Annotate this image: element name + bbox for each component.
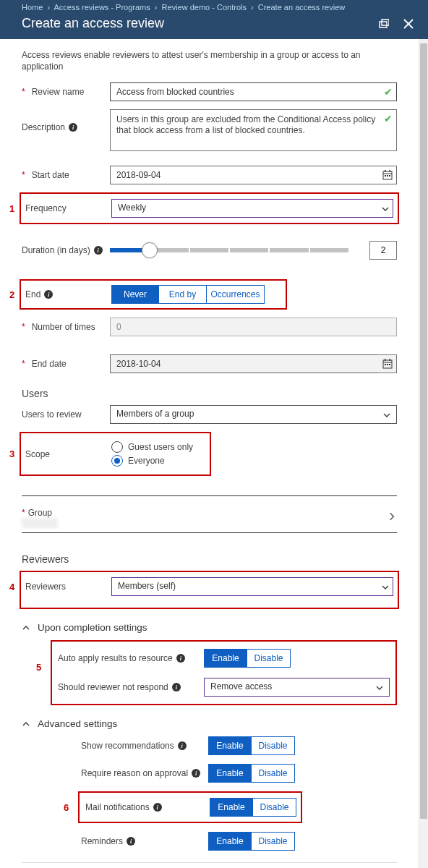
reviewers-select[interactable]: Members (self) — [111, 577, 393, 596]
mailnotif-label: Mail notifications — [85, 802, 150, 812]
close-icon[interactable] — [403, 19, 414, 32]
frequency-label: Frequency — [25, 203, 67, 213]
duration-value-input[interactable] — [369, 241, 397, 260]
numtimes-label: Number of times — [32, 322, 95, 332]
notrespond-select[interactable]: Remove access — [204, 678, 390, 697]
scrollbar-thumb[interactable] — [420, 43, 427, 819]
end-never-button[interactable]: Never — [111, 285, 159, 304]
autoapply-disable[interactable]: Disable — [247, 649, 291, 668]
enddate-input — [110, 354, 397, 373]
users-section-header: Users — [22, 388, 397, 399]
upon-completion-label: Upon completion settings — [38, 622, 147, 633]
reminders-label: Reminders — [81, 836, 123, 846]
start-date-label: Start date — [32, 170, 69, 180]
frequency-select[interactable]: Weekly — [111, 199, 393, 218]
page-title: Create an access review — [22, 16, 164, 31]
svg-rect-17 — [389, 364, 390, 365]
restore-window-icon[interactable] — [379, 19, 389, 32]
breadcrumb-current: Create an access review — [258, 3, 345, 12]
intro-text: Access reviews enable reviewers to attes… — [22, 49, 397, 72]
review-name-label: Review name — [32, 87, 85, 97]
reminders-enable[interactable]: Enable — [208, 832, 252, 851]
info-icon[interactable]: i — [192, 769, 200, 778]
advanced-label: Advanced settings — [38, 718, 117, 729]
mailnotif-enable[interactable]: Enable — [210, 798, 253, 817]
requirereason-toggle: Enable Disable — [208, 764, 295, 783]
advanced-toggle[interactable]: Advanced settings — [22, 718, 397, 729]
chevron-up-icon — [22, 720, 30, 728]
mailnotif-toggle: Enable Disable — [210, 798, 296, 817]
info-icon[interactable]: i — [94, 246, 103, 255]
group-label: Group — [28, 508, 52, 518]
users-to-review-select[interactable]: Members of a group — [110, 405, 397, 424]
description-input[interactable]: Users in this group are excluded from th… — [110, 109, 397, 151]
svg-rect-13 — [385, 359, 386, 361]
svg-rect-0 — [380, 22, 387, 27]
chevron-up-icon — [22, 624, 30, 632]
info-icon[interactable]: i — [172, 683, 181, 692]
form-content: Access reviews enable reviewers to attes… — [0, 39, 419, 868]
svg-rect-6 — [385, 170, 386, 172]
requirereason-enable[interactable]: Enable — [208, 764, 252, 783]
svg-rect-7 — [389, 170, 390, 172]
reminders-disable[interactable]: Disable — [252, 832, 295, 851]
info-icon[interactable]: i — [69, 123, 77, 132]
group-picker[interactable]: *Group — [22, 503, 397, 533]
breadcrumb-controls[interactable]: Review demo - Controls — [162, 3, 247, 12]
notrespond-label: Should reviewer not respond — [58, 682, 168, 692]
start-date-input[interactable] — [110, 166, 397, 184]
showrec-enable[interactable]: Enable — [208, 736, 252, 755]
calendar-icon — [378, 354, 397, 373]
annotation-1: 1 — [9, 203, 14, 214]
info-icon[interactable]: i — [176, 654, 185, 663]
svg-rect-15 — [385, 364, 386, 365]
enddate-label: End date — [32, 359, 67, 369]
annotation-6: 6 — [64, 802, 69, 813]
end-endby-button[interactable]: End by — [159, 285, 207, 304]
requirereason-disable[interactable]: Disable — [252, 764, 295, 783]
numtimes-input — [110, 318, 397, 336]
upon-completion-toggle[interactable]: Upon completion settings — [22, 622, 397, 633]
showrec-toggle: Enable Disable — [208, 736, 295, 755]
annotation-3: 3 — [9, 448, 14, 459]
group-value-redacted — [22, 518, 58, 528]
end-pillgroup: Never End by Occurrences — [111, 285, 283, 304]
reminders-toggle: Enable Disable — [208, 832, 295, 851]
svg-rect-16 — [387, 364, 388, 365]
breadcrumb: Home › Access reviews - Programs › Revie… — [22, 3, 345, 12]
slider-thumb[interactable] — [142, 242, 158, 258]
scrollbar[interactable] — [419, 0, 428, 868]
scope-everyone-radio[interactable]: Everyone — [111, 455, 207, 467]
breadcrumb-home[interactable]: Home — [22, 3, 43, 12]
calendar-icon[interactable] — [378, 166, 397, 184]
users-to-review-label: Users to review — [22, 409, 82, 420]
scope-everyone-label: Everyone — [128, 456, 165, 466]
showrec-disable[interactable]: Disable — [252, 736, 295, 755]
info-icon[interactable]: i — [153, 803, 162, 812]
description-label: Description — [22, 122, 65, 132]
scope-guest-radio[interactable]: Guest users only — [111, 441, 207, 453]
annotation-4: 4 — [9, 582, 14, 592]
svg-rect-1 — [382, 20, 389, 25]
blade-header: Home › Access reviews - Programs › Revie… — [0, 0, 428, 39]
autoapply-enable[interactable]: Enable — [204, 649, 247, 668]
svg-rect-8 — [385, 175, 386, 176]
autoapply-label: Auto apply results to resource — [58, 653, 173, 663]
duration-slider[interactable] — [110, 248, 348, 252]
review-name-input[interactable] — [110, 82, 397, 101]
info-icon[interactable]: i — [44, 290, 53, 299]
breadcrumb-programs[interactable]: Access reviews - Programs — [54, 3, 150, 12]
svg-rect-9 — [387, 175, 388, 176]
duration-label: Duration (in days) — [22, 245, 90, 255]
reviewers-section-header: Reviewers — [22, 553, 397, 565]
annotation-2: 2 — [9, 289, 14, 300]
showrec-label: Show recommendations — [81, 741, 174, 751]
check-icon: ✔ — [384, 113, 393, 124]
end-occurrences-button[interactable]: Occurrences — [207, 285, 265, 304]
autoapply-toggle: Enable Disable — [204, 649, 390, 668]
svg-rect-10 — [389, 175, 390, 176]
scope-label: Scope — [25, 449, 50, 459]
mailnotif-disable[interactable]: Disable — [253, 798, 296, 817]
info-icon[interactable]: i — [127, 837, 135, 846]
info-icon[interactable]: i — [178, 741, 187, 750]
